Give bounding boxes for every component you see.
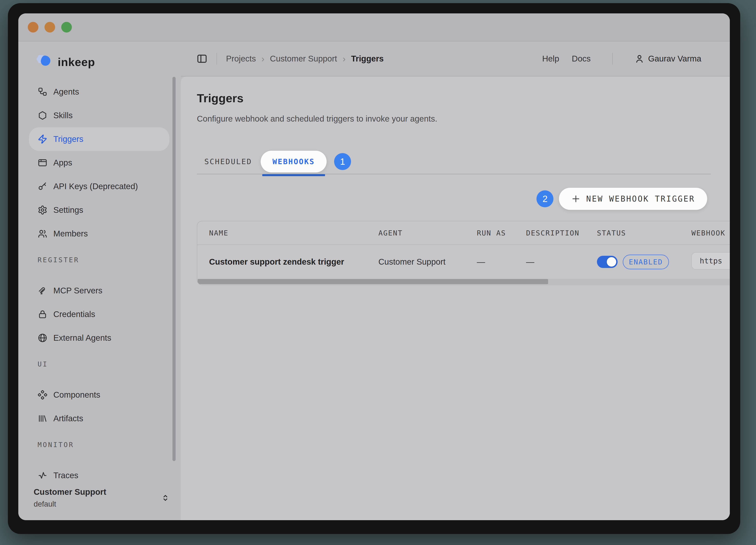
activity-icon bbox=[38, 471, 47, 480]
sidebar-item-label: Apps bbox=[53, 158, 72, 167]
inkeep-logo-icon bbox=[34, 53, 54, 70]
sidebar-item-label: API Keys (Deprecated) bbox=[53, 182, 138, 191]
toggle-knob bbox=[606, 256, 617, 267]
sidebar-item-api-keys[interactable]: API Keys (Deprecated) bbox=[29, 174, 169, 198]
cell-webhook-url: https bbox=[691, 252, 730, 271]
agents-icon bbox=[38, 87, 47, 97]
tab-scheduled[interactable]: SCHEDULED bbox=[197, 157, 261, 166]
sidebar-item-triggers[interactable]: Triggers bbox=[29, 127, 169, 151]
sidebar-nav-ui: Components Artifacts bbox=[18, 383, 181, 430]
sidebar-item-settings[interactable]: Settings bbox=[29, 198, 169, 222]
sidebar-item-apps[interactable]: Apps bbox=[29, 151, 169, 174]
user-menu[interactable]: Gaurav Varma bbox=[634, 54, 701, 64]
actions-row: 2 NEW WEBHOOK TRIGGER bbox=[197, 188, 707, 210]
sidebar-item-label: External Agents bbox=[53, 333, 111, 343]
sidebar-item-traces[interactable]: Traces bbox=[29, 464, 169, 487]
page-title: Triggers bbox=[197, 91, 730, 105]
content-panel: Triggers Configure webhook and scheduled… bbox=[181, 76, 730, 520]
zap-icon bbox=[38, 134, 47, 144]
components-icon bbox=[38, 390, 47, 400]
sidebar-item-label: Triggers bbox=[53, 134, 83, 144]
column-status: STATUS bbox=[597, 229, 691, 237]
breadcrumb: Projects › Customer Support › Triggers bbox=[226, 53, 384, 64]
user-icon bbox=[634, 54, 645, 64]
sidebar-item-artifacts[interactable]: Artifacts bbox=[29, 407, 169, 430]
scrollbar-thumb[interactable] bbox=[198, 279, 548, 284]
sidebar-item-label: Components bbox=[53, 390, 100, 400]
status-toggle[interactable] bbox=[597, 256, 618, 268]
sidebar-section-ui: UI bbox=[18, 354, 181, 374]
sidebar-item-members[interactable]: Members bbox=[29, 222, 169, 245]
chevrons-up-down-icon bbox=[160, 493, 170, 503]
chevron-right-icon: › bbox=[342, 53, 346, 64]
gear-icon bbox=[38, 205, 47, 215]
docs-link[interactable]: Docs bbox=[572, 54, 591, 63]
mcp-icon bbox=[38, 286, 47, 296]
project-environment: default bbox=[34, 500, 160, 508]
tabs: SCHEDULED WEBHOOKS 1 bbox=[197, 149, 711, 174]
cell-trigger-name: Customer support zendesk trigger bbox=[209, 257, 378, 266]
sidebar-item-external-agents[interactable]: External Agents bbox=[29, 326, 169, 350]
sidebar-scrollbar[interactable] bbox=[172, 77, 176, 461]
project-switcher[interactable]: Customer Support default bbox=[18, 487, 181, 510]
sidebar-toggle-button[interactable] bbox=[196, 53, 208, 64]
app-window: inkeep Agents Skills Triggers bbox=[8, 3, 740, 534]
sidebar-item-label: Credentials bbox=[53, 310, 95, 319]
sidebar-nav-monitor: Traces bbox=[18, 464, 181, 487]
traffic-close-button[interactable] bbox=[28, 22, 38, 32]
sidebar-item-label: Agents bbox=[53, 87, 79, 96]
traffic-minimize-button[interactable] bbox=[44, 22, 55, 32]
key-icon bbox=[38, 181, 47, 191]
project-meta: Customer Support default bbox=[34, 487, 160, 508]
status-badge: ENABLED bbox=[623, 254, 669, 269]
tab-webhooks-label: WEBHOOKS bbox=[272, 157, 315, 166]
artifacts-icon bbox=[38, 414, 47, 424]
sidebar-item-label: Skills bbox=[53, 111, 73, 120]
column-agent: AGENT bbox=[378, 229, 477, 237]
help-link[interactable]: Help bbox=[542, 54, 559, 63]
sidebar-item-skills[interactable]: Skills bbox=[29, 104, 169, 127]
project-name: Customer Support bbox=[34, 487, 160, 497]
inkeep-wordmark: inkeep bbox=[58, 55, 95, 69]
sidebar-item-components[interactable]: Components bbox=[29, 383, 169, 407]
sidebar-item-label: Traces bbox=[53, 471, 78, 480]
cell-agent: Customer Support bbox=[378, 257, 477, 266]
new-webhook-trigger-button[interactable]: NEW WEBHOOK TRIGGER bbox=[559, 188, 707, 210]
sidebar-item-label: Artifacts bbox=[53, 414, 83, 423]
annotation-badge-2: 2 bbox=[536, 190, 553, 207]
sidebar-nav: Agents Skills Triggers Apps bbox=[18, 80, 181, 245]
app-window-icon bbox=[38, 158, 47, 168]
table-row[interactable]: Customer support zendesk trigger Custome… bbox=[197, 245, 730, 279]
user-name: Gaurav Varma bbox=[648, 54, 701, 63]
column-webhook-url: WEBHOOK URL bbox=[691, 229, 730, 237]
breadcrumb-customer-support[interactable]: Customer Support bbox=[270, 54, 337, 63]
sidebar-item-mcp-servers[interactable]: MCP Servers bbox=[29, 279, 169, 303]
topbar: Projects › Customer Support › Triggers H… bbox=[181, 41, 730, 76]
active-tab-underline bbox=[262, 174, 325, 176]
sidebar-item-agents[interactable]: Agents bbox=[29, 80, 169, 104]
app-shell: inkeep Agents Skills Triggers bbox=[18, 41, 730, 520]
inkeep-logo[interactable]: inkeep bbox=[18, 53, 181, 71]
breadcrumb-projects[interactable]: Projects bbox=[226, 54, 256, 63]
cell-description: — bbox=[526, 257, 597, 266]
webhook-url-value[interactable]: https bbox=[691, 252, 730, 269]
panel-left-icon bbox=[196, 53, 208, 64]
sidebar-item-label: Settings bbox=[53, 205, 83, 215]
table-horizontal-scrollbar[interactable] bbox=[198, 279, 730, 284]
column-run-as: RUN AS bbox=[477, 229, 526, 237]
sidebar-section-register: REGISTER bbox=[18, 250, 181, 270]
sidebar-item-credentials[interactable]: Credentials bbox=[29, 303, 169, 326]
sidebar-item-label: Members bbox=[53, 229, 88, 238]
sidebar-nav-register: MCP Servers Credentials External Agents bbox=[18, 279, 181, 350]
column-name: NAME bbox=[209, 229, 378, 237]
plus-icon bbox=[571, 194, 581, 203]
tab-webhooks[interactable]: WEBHOOKS bbox=[261, 151, 327, 172]
traffic-zoom-button[interactable] bbox=[61, 22, 72, 32]
column-description: DESCRIPTION bbox=[526, 229, 597, 237]
page-description: Configure webhook and scheduled triggers… bbox=[197, 114, 730, 123]
macos-titlebar bbox=[18, 13, 730, 41]
window-content: inkeep Agents Skills Triggers bbox=[18, 13, 730, 520]
sidebar: inkeep Agents Skills Triggers bbox=[18, 41, 181, 520]
table-header: NAME AGENT RUN AS DESCRIPTION STATUS WEB… bbox=[197, 221, 730, 245]
cell-status: ENABLED bbox=[597, 254, 691, 269]
